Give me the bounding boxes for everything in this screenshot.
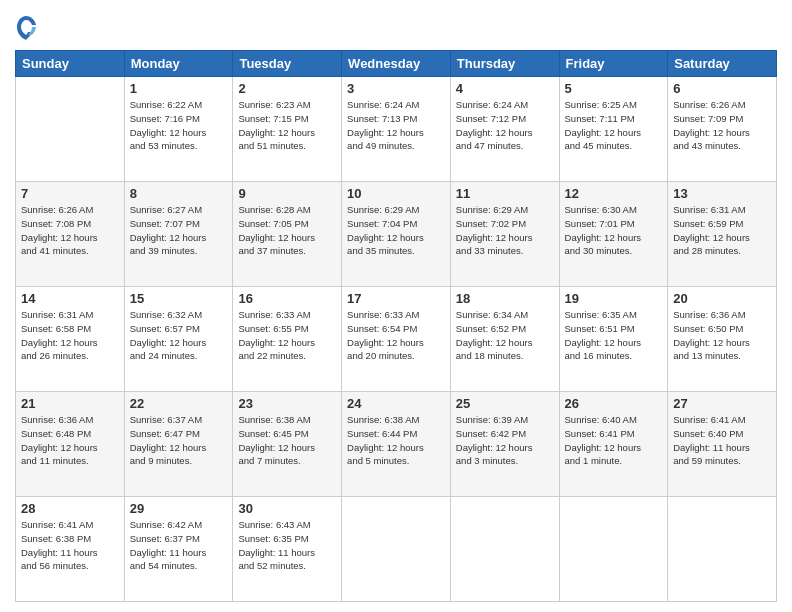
- day-cell: 8Sunrise: 6:27 AM Sunset: 7:07 PM Daylig…: [124, 182, 233, 287]
- column-header-saturday: Saturday: [668, 51, 777, 77]
- day-number: 23: [238, 396, 336, 411]
- day-number: 1: [130, 81, 228, 96]
- day-info: Sunrise: 6:40 AM Sunset: 6:41 PM Dayligh…: [565, 413, 663, 468]
- day-number: 15: [130, 291, 228, 306]
- day-number: 6: [673, 81, 771, 96]
- day-info: Sunrise: 6:39 AM Sunset: 6:42 PM Dayligh…: [456, 413, 554, 468]
- day-number: 16: [238, 291, 336, 306]
- day-cell: 29Sunrise: 6:42 AM Sunset: 6:37 PM Dayli…: [124, 497, 233, 602]
- day-info: Sunrise: 6:37 AM Sunset: 6:47 PM Dayligh…: [130, 413, 228, 468]
- day-info: Sunrise: 6:42 AM Sunset: 6:37 PM Dayligh…: [130, 518, 228, 573]
- day-info: Sunrise: 6:29 AM Sunset: 7:02 PM Dayligh…: [456, 203, 554, 258]
- day-number: 7: [21, 186, 119, 201]
- day-cell: 22Sunrise: 6:37 AM Sunset: 6:47 PM Dayli…: [124, 392, 233, 497]
- day-cell: 27Sunrise: 6:41 AM Sunset: 6:40 PM Dayli…: [668, 392, 777, 497]
- day-cell: 21Sunrise: 6:36 AM Sunset: 6:48 PM Dayli…: [16, 392, 125, 497]
- day-cell: 26Sunrise: 6:40 AM Sunset: 6:41 PM Dayli…: [559, 392, 668, 497]
- day-number: 4: [456, 81, 554, 96]
- day-cell: 30Sunrise: 6:43 AM Sunset: 6:35 PM Dayli…: [233, 497, 342, 602]
- day-number: 20: [673, 291, 771, 306]
- day-cell: [342, 497, 451, 602]
- day-info: Sunrise: 6:33 AM Sunset: 6:55 PM Dayligh…: [238, 308, 336, 363]
- header: [15, 10, 777, 42]
- day-cell: 20Sunrise: 6:36 AM Sunset: 6:50 PM Dayli…: [668, 287, 777, 392]
- day-info: Sunrise: 6:31 AM Sunset: 6:58 PM Dayligh…: [21, 308, 119, 363]
- day-info: Sunrise: 6:41 AM Sunset: 6:38 PM Dayligh…: [21, 518, 119, 573]
- day-number: 22: [130, 396, 228, 411]
- column-header-thursday: Thursday: [450, 51, 559, 77]
- day-cell: 4Sunrise: 6:24 AM Sunset: 7:12 PM Daylig…: [450, 77, 559, 182]
- day-info: Sunrise: 6:36 AM Sunset: 6:48 PM Dayligh…: [21, 413, 119, 468]
- column-header-sunday: Sunday: [16, 51, 125, 77]
- day-number: 5: [565, 81, 663, 96]
- week-row-5: 28Sunrise: 6:41 AM Sunset: 6:38 PM Dayli…: [16, 497, 777, 602]
- day-number: 9: [238, 186, 336, 201]
- day-number: 3: [347, 81, 445, 96]
- day-cell: 12Sunrise: 6:30 AM Sunset: 7:01 PM Dayli…: [559, 182, 668, 287]
- day-info: Sunrise: 6:34 AM Sunset: 6:52 PM Dayligh…: [456, 308, 554, 363]
- day-number: 13: [673, 186, 771, 201]
- day-number: 27: [673, 396, 771, 411]
- day-info: Sunrise: 6:23 AM Sunset: 7:15 PM Dayligh…: [238, 98, 336, 153]
- day-number: 18: [456, 291, 554, 306]
- day-cell: 5Sunrise: 6:25 AM Sunset: 7:11 PM Daylig…: [559, 77, 668, 182]
- calendar-page: SundayMondayTuesdayWednesdayThursdayFrid…: [0, 0, 792, 612]
- day-cell: [16, 77, 125, 182]
- day-info: Sunrise: 6:32 AM Sunset: 6:57 PM Dayligh…: [130, 308, 228, 363]
- week-row-1: 1Sunrise: 6:22 AM Sunset: 7:16 PM Daylig…: [16, 77, 777, 182]
- day-number: 26: [565, 396, 663, 411]
- day-cell: 18Sunrise: 6:34 AM Sunset: 6:52 PM Dayli…: [450, 287, 559, 392]
- day-info: Sunrise: 6:24 AM Sunset: 7:12 PM Dayligh…: [456, 98, 554, 153]
- day-info: Sunrise: 6:35 AM Sunset: 6:51 PM Dayligh…: [565, 308, 663, 363]
- day-number: 21: [21, 396, 119, 411]
- day-info: Sunrise: 6:22 AM Sunset: 7:16 PM Dayligh…: [130, 98, 228, 153]
- day-cell: 25Sunrise: 6:39 AM Sunset: 6:42 PM Dayli…: [450, 392, 559, 497]
- day-number: 8: [130, 186, 228, 201]
- day-info: Sunrise: 6:38 AM Sunset: 6:45 PM Dayligh…: [238, 413, 336, 468]
- week-row-3: 14Sunrise: 6:31 AM Sunset: 6:58 PM Dayli…: [16, 287, 777, 392]
- day-cell: [559, 497, 668, 602]
- day-cell: 28Sunrise: 6:41 AM Sunset: 6:38 PM Dayli…: [16, 497, 125, 602]
- day-info: Sunrise: 6:26 AM Sunset: 7:09 PM Dayligh…: [673, 98, 771, 153]
- day-cell: 2Sunrise: 6:23 AM Sunset: 7:15 PM Daylig…: [233, 77, 342, 182]
- day-number: 29: [130, 501, 228, 516]
- logo-icon: [15, 14, 37, 42]
- day-number: 19: [565, 291, 663, 306]
- day-cell: 11Sunrise: 6:29 AM Sunset: 7:02 PM Dayli…: [450, 182, 559, 287]
- day-number: 17: [347, 291, 445, 306]
- day-number: 28: [21, 501, 119, 516]
- day-number: 30: [238, 501, 336, 516]
- day-info: Sunrise: 6:27 AM Sunset: 7:07 PM Dayligh…: [130, 203, 228, 258]
- day-info: Sunrise: 6:33 AM Sunset: 6:54 PM Dayligh…: [347, 308, 445, 363]
- week-row-2: 7Sunrise: 6:26 AM Sunset: 7:08 PM Daylig…: [16, 182, 777, 287]
- day-info: Sunrise: 6:38 AM Sunset: 6:44 PM Dayligh…: [347, 413, 445, 468]
- day-cell: 6Sunrise: 6:26 AM Sunset: 7:09 PM Daylig…: [668, 77, 777, 182]
- week-row-4: 21Sunrise: 6:36 AM Sunset: 6:48 PM Dayli…: [16, 392, 777, 497]
- day-info: Sunrise: 6:25 AM Sunset: 7:11 PM Dayligh…: [565, 98, 663, 153]
- day-cell: 15Sunrise: 6:32 AM Sunset: 6:57 PM Dayli…: [124, 287, 233, 392]
- day-number: 12: [565, 186, 663, 201]
- day-cell: 23Sunrise: 6:38 AM Sunset: 6:45 PM Dayli…: [233, 392, 342, 497]
- day-number: 2: [238, 81, 336, 96]
- day-number: 11: [456, 186, 554, 201]
- day-cell: 19Sunrise: 6:35 AM Sunset: 6:51 PM Dayli…: [559, 287, 668, 392]
- day-cell: [668, 497, 777, 602]
- day-cell: [450, 497, 559, 602]
- day-info: Sunrise: 6:24 AM Sunset: 7:13 PM Dayligh…: [347, 98, 445, 153]
- day-cell: 9Sunrise: 6:28 AM Sunset: 7:05 PM Daylig…: [233, 182, 342, 287]
- day-cell: 17Sunrise: 6:33 AM Sunset: 6:54 PM Dayli…: [342, 287, 451, 392]
- day-info: Sunrise: 6:41 AM Sunset: 6:40 PM Dayligh…: [673, 413, 771, 468]
- day-number: 24: [347, 396, 445, 411]
- calendar-header: SundayMondayTuesdayWednesdayThursdayFrid…: [16, 51, 777, 77]
- logo: [15, 14, 40, 42]
- day-info: Sunrise: 6:30 AM Sunset: 7:01 PM Dayligh…: [565, 203, 663, 258]
- day-number: 10: [347, 186, 445, 201]
- day-cell: 16Sunrise: 6:33 AM Sunset: 6:55 PM Dayli…: [233, 287, 342, 392]
- column-header-monday: Monday: [124, 51, 233, 77]
- day-cell: 24Sunrise: 6:38 AM Sunset: 6:44 PM Dayli…: [342, 392, 451, 497]
- calendar-body: 1Sunrise: 6:22 AM Sunset: 7:16 PM Daylig…: [16, 77, 777, 602]
- column-header-tuesday: Tuesday: [233, 51, 342, 77]
- day-cell: 13Sunrise: 6:31 AM Sunset: 6:59 PM Dayli…: [668, 182, 777, 287]
- day-info: Sunrise: 6:31 AM Sunset: 6:59 PM Dayligh…: [673, 203, 771, 258]
- calendar-table: SundayMondayTuesdayWednesdayThursdayFrid…: [15, 50, 777, 602]
